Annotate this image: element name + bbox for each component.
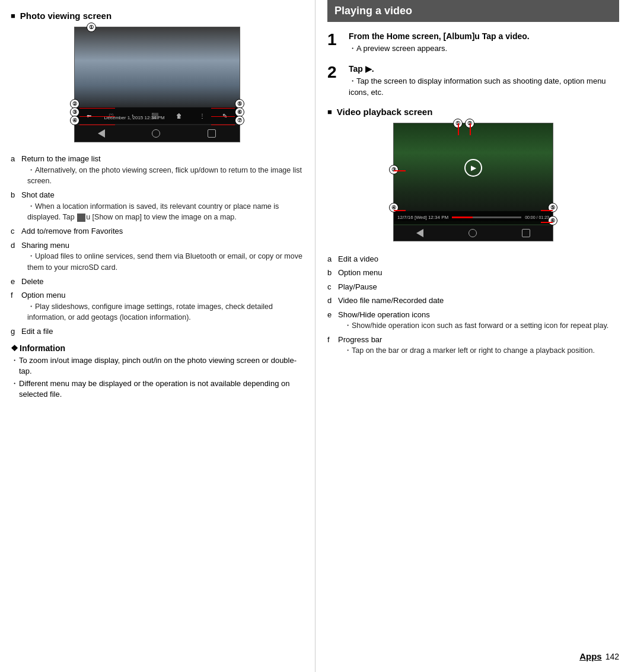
- desc-letter-f: f: [11, 289, 21, 323]
- desc-text-b: Shot date: [21, 190, 55, 199]
- video-playback-heading: Video playback screen: [327, 107, 619, 117]
- desc-letter-e: e: [11, 276, 21, 288]
- desc-letter-d: d: [11, 240, 21, 273]
- back-icon: ⬅: [87, 113, 91, 119]
- desc-content-e: Delete: [21, 276, 303, 288]
- video-date-text: 12/7/16 [Wed] 12:34 PM: [397, 215, 448, 220]
- video-text-e: Show/Hide operation icons: [338, 310, 430, 319]
- video-desc-d: d Video file name/Recorded date: [327, 295, 619, 307]
- video-red-5: [541, 210, 553, 211]
- step-1-sub: A preview screen appears.: [349, 43, 619, 55]
- video-recent-nav: [522, 229, 530, 237]
- video-text-f: Progress bar: [338, 335, 382, 344]
- delete-icon: 🗑: [176, 113, 182, 119]
- step-2-bold: Tap ▶.: [349, 63, 619, 75]
- progress-track: [452, 216, 521, 218]
- photo-background: [75, 27, 240, 110]
- video-desc-c: c Play/Pause: [327, 281, 619, 293]
- time-display: 00:00 / 01:23: [525, 215, 549, 219]
- video-playback-title: Video playback screen: [337, 107, 432, 117]
- photo-viewing-heading: Photo viewing screen: [11, 11, 303, 21]
- desc-content-d: Sharing menu Upload files to online serv…: [21, 240, 303, 273]
- desc-text-g: Edit a file: [21, 327, 53, 336]
- bottom-controls-bar: December 1, 2015 12:34 PM ⬅ ♡ ↑ ⬛ 🗑 ⋮ ✎: [75, 107, 240, 124]
- step-1-bold: From the Home screen, [Album]u Tap a vid…: [349, 30, 619, 43]
- video-letter-b: b: [327, 267, 338, 279]
- red-line-f: [211, 116, 235, 117]
- left-column: Photo viewing screen ① December 1, 2015 …: [0, 0, 316, 672]
- video-red-2: [470, 123, 471, 135]
- video-text-b: Option menu: [338, 267, 382, 279]
- video-sub-e: Show/hide operation icon such as fast fo…: [344, 320, 619, 332]
- video-letter-f: f: [327, 334, 338, 356]
- callout-4: ④: [70, 116, 79, 125]
- desc-item-b: b Shot date When a location information …: [11, 189, 303, 223]
- desc-content-b: Shot date When a location information is…: [21, 189, 303, 223]
- video-red-6: [541, 222, 553, 223]
- video-screen-mockup: ▶ 12/7/16 [Wed] 12:34 PM 00:00 / 01:23 ①…: [393, 123, 553, 241]
- video-home-nav: [469, 229, 477, 237]
- video-nav-bar: [394, 225, 553, 241]
- video-info-bar: 12/7/16 [Wed] 12:34 PM 00:00 / 01:23: [394, 211, 553, 224]
- step-1-num: 1: [327, 31, 349, 48]
- info-title: Information: [11, 343, 303, 353]
- play-pause-circle: ▶: [464, 159, 482, 177]
- video-desc-f: f Progress bar Tap on the bar or drag a …: [327, 334, 619, 356]
- right-column: Playing a video 1 From the Home screen, …: [316, 0, 631, 672]
- playing-header: Playing a video: [327, 0, 619, 22]
- video-callout-3: ③: [389, 165, 399, 174]
- video-callout-6: ⑥: [548, 216, 557, 225]
- video-back-nav: [416, 229, 423, 237]
- video-letter-c: c: [327, 281, 338, 293]
- photo-screen-wrapper: ① December 1, 2015 12:34 PM ⬅ ♡ ↑ ⬛ 🗑 ⋮ …: [11, 27, 303, 148]
- video-text-c: Play/Pause: [338, 281, 377, 293]
- video-red-4: [394, 210, 406, 211]
- desc-item-f: f Option menu Play slideshows, configure…: [11, 289, 303, 323]
- desc-text-f: Option menu: [21, 291, 65, 300]
- photo-viewing-title: Photo viewing screen: [20, 11, 111, 21]
- progress-fill: [452, 216, 473, 218]
- back-nav-icon: [98, 129, 105, 138]
- step-2-sub: Tap the screen to display information su…: [349, 75, 619, 98]
- page-number: 142: [605, 652, 619, 661]
- video-content-f: Progress bar Tap on the bar or drag a ma…: [338, 334, 619, 356]
- desc-sub-a: Alternatively, on the photo viewing scre…: [27, 165, 303, 187]
- red-line-e: [211, 108, 235, 109]
- nav-bar: [75, 125, 240, 142]
- desc-letter-g: g: [11, 326, 21, 337]
- step-1: 1 From the Home screen, [Album]u Tap a v…: [327, 30, 619, 55]
- desc-content-c: Add to/remove from Favorites: [21, 225, 303, 237]
- video-sub-f: Tap on the bar or drag a marker left or …: [344, 345, 619, 356]
- red-line-c: [79, 116, 115, 117]
- video-red-1: [458, 123, 459, 135]
- red-line-d: [79, 125, 115, 125]
- video-desc-e: e Show/Hide operation icons Show/hide op…: [327, 309, 619, 332]
- home-nav-icon: [152, 129, 160, 138]
- desc-item-g: g Edit a file: [11, 326, 303, 337]
- desc-item-c: c Add to/remove from Favorites: [11, 225, 303, 237]
- video-desc-list: a Edit a video b Option menu c Play/Paus…: [327, 253, 619, 357]
- video-text-d: Video file name/Recorded date: [338, 295, 444, 307]
- information-box: Information To zoom in/out image display…: [11, 343, 303, 400]
- apps-label: Apps: [579, 651, 602, 661]
- callout-7: ⑦: [235, 116, 244, 125]
- video-desc-a: a Edit a video: [327, 253, 619, 265]
- recent-nav-icon: [208, 129, 216, 138]
- desc-text-d: Sharing menu: [21, 241, 69, 250]
- video-screen-wrapper: ▶ 12/7/16 [Wed] 12:34 PM 00:00 / 01:23 ①…: [327, 123, 619, 247]
- desc-item-a: a Return to the image list Alternatively…: [11, 153, 303, 187]
- desc-sub-f: Play slideshows, configure image setting…: [27, 301, 303, 324]
- info-item-1: To zoom in/out image display, pinch out/…: [11, 355, 303, 377]
- red-line-b: [79, 108, 115, 109]
- video-content-e: Show/Hide operation icons Show/hide oper…: [338, 309, 619, 332]
- desc-item-d: d Sharing menu Upload files to online se…: [11, 240, 303, 273]
- desc-text-c: Add to/remove from Favorites: [21, 227, 123, 235]
- photo-desc-list: a Return to the image list Alternatively…: [11, 153, 303, 337]
- desc-content-a: Return to the image list Alternatively, …: [21, 153, 303, 187]
- step-2-content: Tap ▶. Tap the screen to display informa…: [349, 63, 619, 98]
- desc-sub-d: Upload files to online services, send th…: [27, 251, 303, 273]
- desc-letter-a: a: [11, 153, 21, 187]
- play-pause-icon: ▶: [471, 164, 476, 172]
- red-line-g: [211, 125, 235, 125]
- map-icon: [77, 214, 85, 222]
